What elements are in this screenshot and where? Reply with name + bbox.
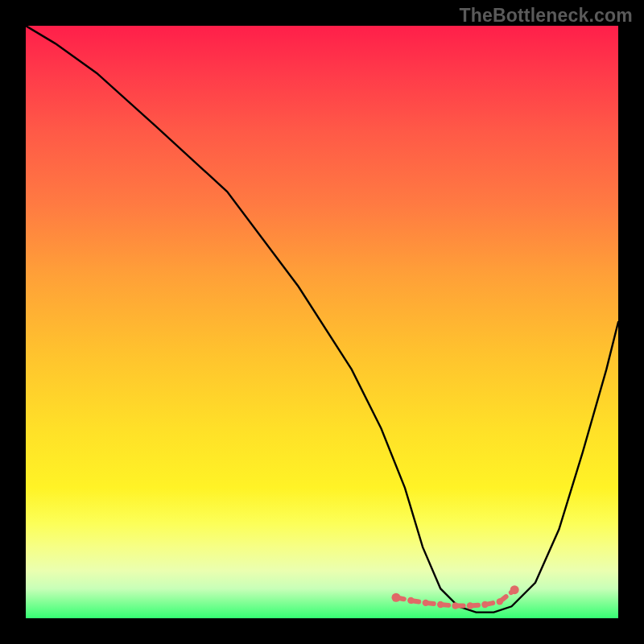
marker-group <box>392 585 519 609</box>
bottleneck-curve-path <box>26 26 618 613</box>
chart-plot-area <box>26 26 618 618</box>
watermark-text: TheBottleneck.com <box>459 5 633 27</box>
marker-dot <box>510 585 519 594</box>
chart-svg <box>26 26 618 618</box>
